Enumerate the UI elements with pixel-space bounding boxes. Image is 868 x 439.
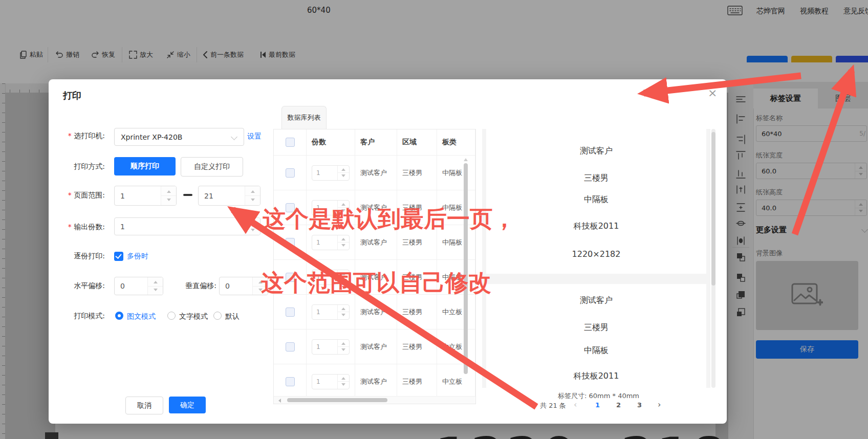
label-preview-card: 测试客户 三楼男 中隔板 科技板2011 1220×2182 bbox=[486, 129, 706, 274]
range-dash bbox=[183, 194, 192, 196]
collate-checkbox[interactable] bbox=[114, 252, 123, 261]
offset-h-stepper[interactable]: 0 bbox=[114, 277, 163, 295]
chevron-down-icon bbox=[231, 134, 237, 140]
row-checkbox[interactable] bbox=[286, 273, 295, 282]
text-mode-label[interactable]: 文字模式 bbox=[179, 312, 208, 321]
row-checkbox[interactable] bbox=[286, 168, 295, 178]
page-3[interactable]: 3 bbox=[637, 401, 642, 409]
label-preview-panel: 测试客户 三楼男 中隔板 科技板2011 1220×2182 测试客户 三楼男 … bbox=[482, 129, 710, 388]
label-preview-card: 测试客户 三楼男 中隔板 科技板2011 bbox=[486, 284, 706, 388]
page-prev-icon[interactable]: ‹ bbox=[574, 400, 577, 409]
table-row: 1 测试客户 三楼男 中隔板 bbox=[274, 156, 475, 190]
printer-label: 选打印机: bbox=[56, 131, 105, 141]
print-mode-label: 打印模式: bbox=[56, 312, 105, 321]
row-checkbox[interactable] bbox=[286, 203, 295, 212]
table-row: 1 测试客户 三楼男 中隔板 bbox=[274, 225, 475, 260]
collate-label: 逐份打印: bbox=[56, 252, 105, 261]
radio-default-mode[interactable] bbox=[213, 312, 222, 320]
row-checkbox[interactable] bbox=[286, 377, 295, 386]
total-count: 共 21 条 bbox=[540, 401, 566, 410]
row-copies-stepper[interactable]: 1 bbox=[312, 235, 350, 250]
table-row: 1 测试客户 三楼男 中立板 bbox=[274, 295, 475, 330]
row-copies-stepper[interactable]: 1 bbox=[312, 339, 350, 355]
page-next-icon[interactable]: › bbox=[658, 400, 661, 409]
range-from-stepper[interactable]: 1 bbox=[114, 186, 177, 206]
label-size-text: 标签尺寸: 60mm * 40mm bbox=[558, 391, 639, 401]
print-settings-link[interactable]: 设置 bbox=[247, 132, 262, 141]
radio-text-mode[interactable] bbox=[167, 312, 176, 320]
select-all-checkbox[interactable] bbox=[286, 138, 295, 147]
data-table: 份数 客户 区域 板类 1 测试客户 三楼男 中隔板 1 测试客户 三楼男 中隔… bbox=[273, 129, 476, 404]
method-label: 打印方式: bbox=[56, 162, 105, 171]
table-row: 1 测试客户 三楼男 中立板 bbox=[274, 364, 475, 399]
row-copies-stepper[interactable]: 1 bbox=[312, 304, 350, 320]
page-range-label: 页面范围: bbox=[56, 191, 105, 200]
copies-stepper[interactable]: 1 bbox=[114, 217, 261, 235]
table-row: 1 测试客户 三楼男 中隔板 bbox=[274, 190, 475, 225]
row-checkbox[interactable] bbox=[286, 308, 295, 317]
row-copies-stepper[interactable]: 1 bbox=[312, 200, 350, 215]
row-copies-stepper[interactable]: 1 bbox=[312, 374, 350, 389]
row-copies-stepper[interactable]: 1 bbox=[312, 270, 350, 285]
custom-print-button[interactable]: 自定义打印 bbox=[181, 157, 243, 177]
row-checkbox[interactable] bbox=[286, 342, 295, 352]
preview-scrollbar[interactable] bbox=[711, 129, 715, 388]
copies-label: 输出份数: bbox=[56, 223, 105, 232]
tab-database-list[interactable]: 数据库列表 bbox=[281, 106, 327, 129]
default-mode-label[interactable]: 默认 bbox=[225, 312, 240, 321]
table-header-row: 份数 客户 区域 板类 bbox=[274, 129, 475, 156]
table-row: 1 测试客户 三楼男 中立板 bbox=[274, 330, 475, 364]
offset-v-stepper[interactable]: 0 bbox=[219, 277, 268, 295]
app-root: 60*40 芯烨官网 视频教程 意见反馈 粘贴 撤销 恢复 放大 bbox=[0, 0, 868, 439]
close-icon[interactable]: × bbox=[708, 86, 717, 99]
page-1[interactable]: 1 bbox=[595, 401, 600, 409]
row-copies-stepper[interactable]: 1 bbox=[312, 165, 350, 181]
cancel-button[interactable]: 取消 bbox=[125, 397, 163, 414]
dialog-title: 打印 bbox=[63, 90, 81, 102]
sequential-print-button[interactable]: 顺序打印 bbox=[114, 157, 176, 175]
radio-image-text-mode[interactable] bbox=[115, 312, 123, 320]
table-vertical-scrollbar[interactable] bbox=[464, 156, 468, 397]
printer-select[interactable]: Xprinter XP-420B bbox=[114, 128, 244, 146]
page-2[interactable]: 2 bbox=[616, 401, 621, 409]
row-checkbox[interactable] bbox=[286, 238, 295, 247]
confirm-button[interactable]: 确定 bbox=[169, 397, 206, 413]
table-horizontal-scrollbar[interactable] bbox=[274, 396, 475, 404]
image-text-mode-label[interactable]: 图文模式 bbox=[127, 312, 156, 321]
range-to-stepper[interactable]: 21 bbox=[198, 186, 261, 206]
offset-v-label: 垂直偏移: bbox=[167, 281, 216, 291]
offset-h-label: 水平偏移: bbox=[56, 281, 105, 291]
print-dialog: 打印 × 选打印机: Xprinter XP-420B 设置 打印方式: 顺序打… bbox=[49, 79, 727, 424]
collate-option-label: 多份时 bbox=[127, 252, 148, 261]
table-row: 1 测试客户 三楼男 中隔板 bbox=[274, 260, 475, 295]
